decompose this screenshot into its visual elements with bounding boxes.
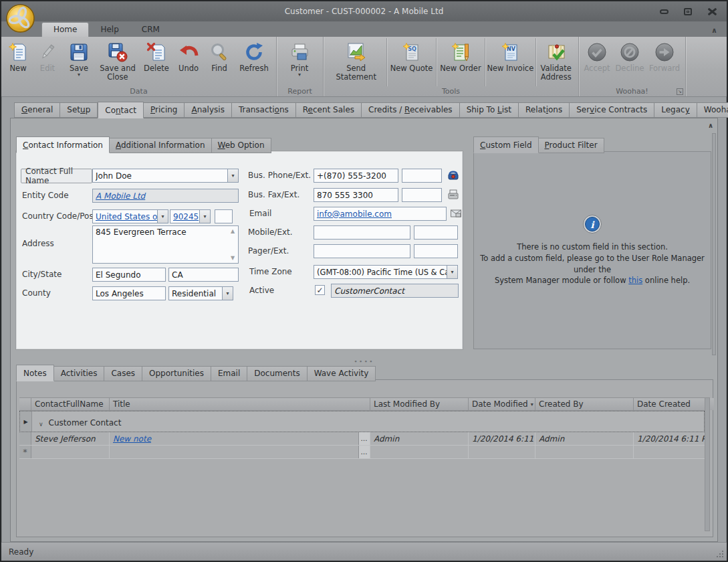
dialog-launcher-icon[interactable]: ↘ — [677, 88, 683, 95]
column-header-created-by[interactable]: Created By — [535, 398, 634, 410]
chevron-down-icon[interactable]: ▾ — [447, 266, 457, 278]
new-quote-button[interactable]: SQ New Quote — [386, 38, 435, 86]
tab-web-option[interactable]: Web Option — [212, 138, 271, 153]
country-code-value[interactable]: United States of — [96, 212, 157, 221]
active-checkbox[interactable]: ✓ — [315, 285, 325, 295]
undo-button[interactable]: Undo — [173, 38, 204, 86]
find-button[interactable]: Find — [204, 38, 235, 86]
county-type-combobox[interactable]: Residential ▾ — [168, 286, 233, 300]
address-textarea[interactable]: 845 Evergreen Terrace ▲ ▼ — [92, 225, 239, 264]
country-code-combobox[interactable]: United States of ▾ — [92, 209, 168, 223]
contact-full-name-combobox[interactable]: John Doe ▾ — [92, 169, 239, 183]
new-cell-date-modified[interactable] — [469, 446, 535, 458]
refresh-button[interactable]: Refresh — [235, 38, 273, 86]
email-field[interactable]: info@amobile.com — [314, 207, 447, 221]
entity-code-link[interactable]: A Mobile Ltd — [96, 191, 235, 201]
cell-last-modified-by[interactable]: Admin — [370, 432, 469, 445]
tab-ship-to-list[interactable]: Ship To List — [460, 102, 519, 118]
print-button[interactable]: Print ▾ — [279, 38, 320, 86]
app-logo[interactable] — [5, 3, 35, 33]
cell-date-created[interactable]: 1/20/2014 6:11 PM — [634, 432, 707, 445]
grid-data-row[interactable]: Steve Jefferson New note… Admin 1/20/201… — [19, 432, 705, 446]
print-dropdown-chevron-icon[interactable]: ▾ — [298, 73, 301, 76]
tab-pricing[interactable]: Pricing — [144, 102, 185, 118]
active-role-field[interactable]: CustomerContact — [331, 284, 459, 298]
tab-product-filter[interactable]: Product Filter — [539, 138, 604, 153]
send-statement-button[interactable]: Send Statement — [326, 38, 386, 86]
new-cell-created-by[interactable] — [535, 446, 634, 458]
pager-field[interactable] — [314, 244, 410, 258]
scroll-down-icon[interactable]: ▼ — [231, 255, 235, 261]
chevron-down-icon[interactable]: ▾ — [227, 169, 238, 182]
address-scrollbar[interactable]: ▲ ▼ — [228, 227, 237, 262]
new-button[interactable]: New — [3, 38, 33, 86]
ribbon-tab-crm[interactable]: CRM — [130, 23, 171, 37]
grid-new-row[interactable]: * … — [19, 446, 705, 459]
tab-general[interactable]: General — [14, 102, 60, 118]
new-cell-last-modified-by[interactable] — [370, 446, 469, 458]
pager-ext-field[interactable] — [414, 244, 458, 258]
tab-credits-receivables[interactable]: Credits / Receivables — [362, 102, 460, 118]
tab-documents[interactable]: Documents — [247, 366, 307, 381]
email-icon[interactable] — [450, 207, 462, 219]
fax-icon[interactable] — [447, 189, 459, 200]
panel-collapse-chevron-icon[interactable]: ∧ — [708, 122, 713, 129]
ribbon-tab-home[interactable]: Home — [41, 22, 89, 37]
online-help-link[interactable]: this — [628, 276, 642, 285]
time-zone-combobox[interactable]: (GMT-08:00) Pacific Time (US & Canada); … — [314, 265, 458, 279]
minimize-button[interactable] — [658, 7, 669, 15]
accept-button[interactable]: Accept — [581, 38, 613, 86]
column-header-date-created[interactable]: Date Created — [634, 398, 707, 410]
tab-notes[interactable]: Notes — [16, 365, 54, 381]
vertical-splitter-strip[interactable] — [712, 133, 716, 355]
ellipsis-button[interactable]: … — [358, 432, 370, 445]
grid-vertical-scrollbar[interactable] — [705, 397, 710, 531]
cell-title[interactable]: New note… — [110, 432, 370, 445]
phone-icon[interactable] — [447, 169, 459, 181]
scroll-up-icon[interactable]: ▲ — [231, 228, 235, 234]
column-header-date-modified[interactable]: Date Modified▾ — [469, 398, 535, 410]
note-title-link[interactable]: New note — [113, 434, 151, 444]
bus-phone-ext-field[interactable] — [402, 169, 442, 183]
cell-date-modified[interactable]: 1/20/2014 6:11 PM — [469, 432, 535, 445]
tab-legacy[interactable]: Legacy — [654, 102, 697, 118]
county-field[interactable]: Los Angeles — [92, 286, 166, 300]
new-cell-title[interactable]: … — [110, 446, 370, 458]
tab-cases[interactable]: Cases — [104, 366, 142, 381]
chevron-down-icon[interactable]: ▾ — [222, 287, 233, 300]
validate-address-button[interactable]: Validate Address — [535, 38, 577, 86]
mobile-field[interactable] — [314, 225, 410, 240]
bus-phone-field[interactable]: +(870) 555-3200 — [314, 169, 398, 183]
city-field[interactable]: El Segundo — [92, 268, 166, 282]
decline-button[interactable]: Decline — [613, 38, 646, 86]
new-invoice-button[interactable]: NV New Invoice — [485, 38, 535, 86]
ribbon-collapse-chevron-icon[interactable]: ∧ — [711, 26, 717, 35]
bus-fax-ext-field[interactable] — [402, 188, 442, 202]
group-expanded-chevron-icon[interactable]: ∨ — [39, 421, 43, 428]
ribbon-tab-help[interactable]: Help — [89, 23, 130, 37]
contact-full-name-label[interactable]: Contact Full Name — [21, 169, 92, 183]
chevron-down-icon[interactable]: ▾ — [199, 210, 210, 223]
postal-suffix-field[interactable] — [215, 209, 233, 223]
tab-relations[interactable]: Relations — [519, 102, 570, 118]
tab-contact-information[interactable]: Contact Information — [16, 136, 110, 153]
grid-group-row[interactable]: ▶ ∨Customer Contact — [19, 411, 705, 432]
new-order-button[interactable]: New Order — [436, 38, 485, 86]
save-and-close-button[interactable]: Save and Close — [96, 38, 140, 86]
tab-recent-sales[interactable]: Recent Sales — [296, 102, 362, 118]
horizontal-splitter[interactable]: ∙∙∙∙ — [11, 358, 717, 365]
column-header-contactfullname[interactable]: ContactFullName — [31, 398, 110, 410]
bus-fax-field[interactable]: 870 555 3300 — [314, 188, 398, 202]
forward-button[interactable]: Forward — [646, 38, 683, 86]
tab-wave-activity[interactable]: Wave Activity — [308, 366, 376, 381]
group-row-cell[interactable]: ∨Customer Contact — [32, 411, 704, 432]
new-cell-contactfullname[interactable] — [31, 446, 110, 458]
cell-contactfullname[interactable]: Steve Jefferson — [31, 432, 110, 445]
restore-button[interactable] — [683, 7, 693, 15]
new-cell-date-created[interactable] — [634, 446, 707, 458]
tab-contact[interactable]: Contact — [98, 102, 144, 118]
tab-custom-field[interactable]: Custom Field — [473, 136, 539, 153]
column-header-title[interactable]: Title — [110, 398, 370, 410]
tab-additional-information[interactable]: Additional Information — [110, 138, 212, 153]
state-field[interactable]: CA — [168, 268, 239, 282]
